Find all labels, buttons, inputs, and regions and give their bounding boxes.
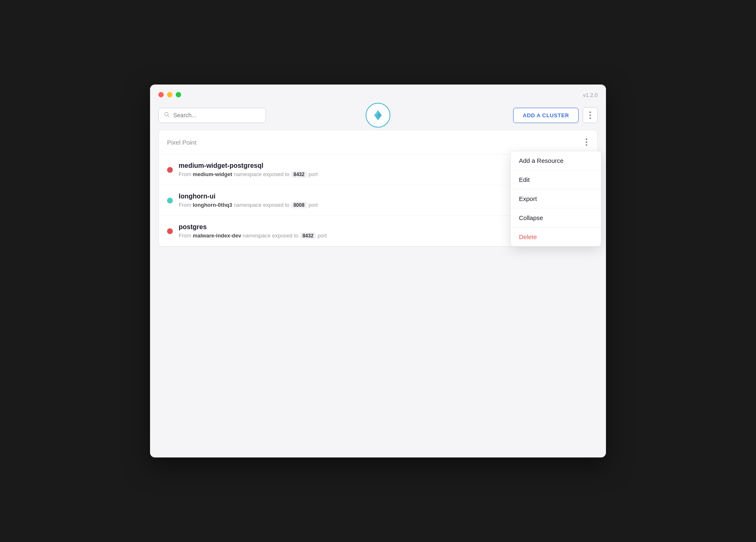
version-label: v1.2.0 xyxy=(583,92,598,98)
content: Pixel Point Add a Resource Edit Export C… xyxy=(150,130,606,255)
toolbar-right: ADD A CLUSTER xyxy=(513,107,598,123)
cluster-card: Pixel Point Add a Resource Edit Export C… xyxy=(158,130,598,247)
dropdown-export[interactable]: Export xyxy=(511,189,601,208)
logo-container xyxy=(366,103,390,128)
search-input[interactable] xyxy=(173,112,261,119)
cluster-name: Pixel Point xyxy=(167,139,196,146)
search-box[interactable] xyxy=(158,108,266,123)
traffic-lights xyxy=(158,92,181,97)
svg-line-1 xyxy=(167,115,169,116)
three-dots-icon xyxy=(589,111,591,119)
close-button[interactable] xyxy=(158,92,164,97)
add-cluster-button[interactable]: ADD A CLUSTER xyxy=(513,108,579,123)
dropdown-add-resource[interactable]: Add a Resource xyxy=(511,151,601,170)
toolbar: ADD A CLUSTER xyxy=(150,102,606,130)
cluster-dots-icon xyxy=(586,138,587,146)
dropdown-menu: Add a Resource Edit Export Collapse Dele… xyxy=(510,151,601,247)
status-dot-teal xyxy=(167,198,173,203)
dropdown-collapse[interactable]: Collapse xyxy=(511,208,601,227)
title-bar: v1.2.0 xyxy=(150,85,606,102)
dropdown-edit[interactable]: Edit xyxy=(511,170,601,189)
toolbar-menu-button[interactable] xyxy=(583,107,598,123)
maximize-button[interactable] xyxy=(176,92,181,97)
dropdown-delete[interactable]: Delete xyxy=(511,227,601,246)
status-dot-red xyxy=(167,228,173,234)
cluster-menu-button[interactable] xyxy=(584,137,589,148)
logo xyxy=(366,103,390,128)
search-icon xyxy=(164,111,170,119)
status-dot-red xyxy=(167,167,173,173)
minimize-button[interactable] xyxy=(167,92,172,97)
cluster-header: Pixel Point Add a Resource Edit Export C… xyxy=(159,130,597,155)
app-window: v1.2.0 xyxy=(150,85,606,457)
